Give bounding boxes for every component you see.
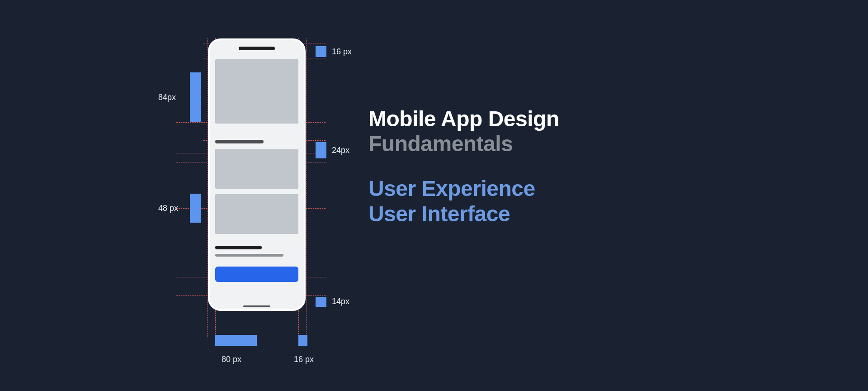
text-line-dark bbox=[215, 246, 262, 249]
subhead-line-1: User Experience bbox=[368, 176, 559, 201]
measure-label-48: 48 px bbox=[158, 204, 178, 213]
measure-label-84: 84px bbox=[158, 93, 176, 102]
home-indicator bbox=[243, 305, 270, 307]
title-line-2: Fundamentals bbox=[368, 131, 559, 156]
title-line-1: Mobile App Design bbox=[368, 106, 559, 131]
measure-swatch bbox=[215, 335, 257, 346]
measure-swatch bbox=[190, 194, 201, 223]
content-block bbox=[215, 194, 298, 234]
measure-swatch bbox=[190, 72, 201, 122]
cta-button-placeholder bbox=[215, 267, 298, 282]
phone-spec-diagram: 16 px 84px 24px 48 px 14px 80 px 16 px bbox=[149, 27, 362, 380]
measure-label-16-bottom: 16 px bbox=[294, 355, 314, 364]
heading-placeholder bbox=[215, 140, 264, 143]
content-block bbox=[215, 149, 298, 189]
guide-line bbox=[307, 38, 307, 337]
phone-frame bbox=[208, 38, 306, 311]
measure-label-80: 80 px bbox=[222, 355, 241, 364]
measure-swatch bbox=[316, 297, 326, 307]
measure-label-24: 24px bbox=[332, 146, 349, 155]
measure-label-14: 14px bbox=[332, 297, 349, 306]
measure-swatch bbox=[298, 335, 307, 346]
headline-block: Mobile App Design Fundamentals User Expe… bbox=[368, 106, 559, 226]
measure-swatch bbox=[316, 142, 326, 158]
status-bar-pill bbox=[239, 47, 275, 50]
hero-placeholder bbox=[215, 59, 298, 124]
subhead-line-2: User Interface bbox=[368, 201, 559, 226]
text-line-mid bbox=[215, 254, 283, 257]
measure-swatch bbox=[316, 46, 326, 57]
measure-label-16-top: 16 px bbox=[332, 47, 352, 57]
guide-line bbox=[207, 38, 208, 337]
